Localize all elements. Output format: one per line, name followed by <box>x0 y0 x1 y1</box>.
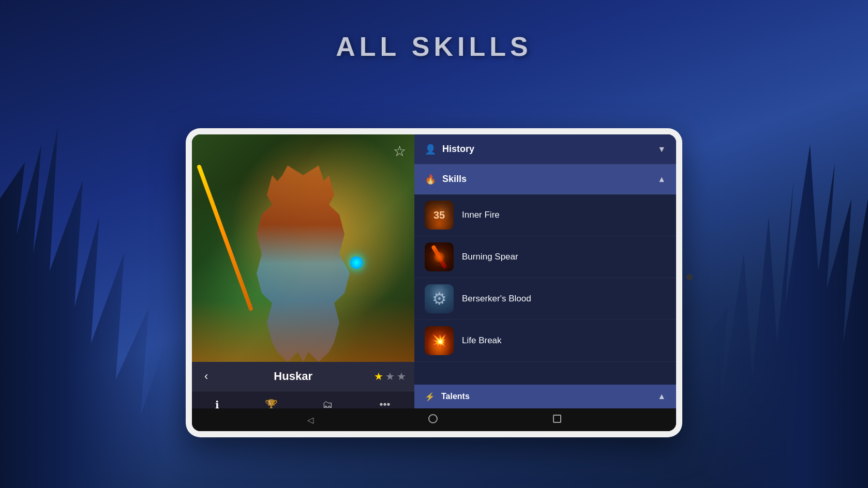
talents-title: Talents <box>441 392 470 401</box>
skill-item-burning-spear[interactable]: Burning Spear <box>414 236 676 278</box>
history-chevron: ▼ <box>657 145 666 154</box>
favorite-button[interactable]: ☆ <box>393 143 406 160</box>
tab-info[interactable]: ℹ Info <box>202 394 232 409</box>
builds-icon: 🏆 <box>265 399 278 409</box>
bottom-tabs: ℹ Info 🏆 Builds 🗂 Tactic ••• More... <box>192 391 414 408</box>
main-content: ☆ ‹ Huskar ★ ★ ★ <box>192 134 676 408</box>
star-2: ★ <box>385 370 395 383</box>
tablet-frame: ☆ ‹ Huskar ★ ★ ★ <box>186 128 682 437</box>
info-icon: ℹ <box>215 399 219 409</box>
android-home-button[interactable] <box>428 414 438 425</box>
hero-name: Huskar <box>274 370 312 383</box>
skill-item-inner-fire[interactable]: 35 Inner Fire <box>414 194 676 236</box>
life-break-icon-wrap <box>425 326 454 355</box>
star-3: ★ <box>397 370 406 383</box>
hero-info-bar: ‹ Huskar ★ ★ ★ <box>192 362 414 391</box>
person-icon: 👤 <box>425 144 436 155</box>
burning-spear-icon-wrap <box>425 242 454 271</box>
history-header-left: 👤 History <box>425 144 474 155</box>
android-recent-button[interactable] <box>553 415 561 425</box>
android-back-button[interactable]: ◁ <box>307 415 313 425</box>
talents-icon: ⚡ <box>425 392 435 402</box>
history-title: History <box>442 144 474 155</box>
skills-section-header[interactable]: 🔥 Skills ▲ <box>414 164 676 194</box>
cyan-orb <box>350 256 363 269</box>
android-recent-icon <box>553 415 561 423</box>
hero-rating: ★ ★ ★ <box>374 370 406 383</box>
more-icon: ••• <box>379 399 390 408</box>
life-break-name: Life Break <box>462 335 502 346</box>
hero-image: ☆ <box>192 134 414 362</box>
inner-fire-number: 35 <box>433 209 445 221</box>
android-nav-bar: ◁ <box>192 408 676 431</box>
nav-dot <box>686 274 693 280</box>
tab-builds[interactable]: 🏆 Builds <box>253 394 289 409</box>
history-section-header[interactable]: 👤 History ▼ <box>414 134 676 164</box>
berserkers-blood-icon-wrap <box>425 284 454 313</box>
fire-icon: 🔥 <box>425 174 436 185</box>
star-1: ★ <box>374 370 383 383</box>
android-home-icon <box>428 414 438 423</box>
tactic-icon: 🗂 <box>322 399 333 408</box>
berserkers-blood-icon <box>425 284 454 313</box>
skills-header-left: 🔥 Skills <box>425 174 467 185</box>
inner-fire-icon-wrap: 35 <box>425 201 454 230</box>
tab-tactic[interactable]: 🗂 Tactic <box>310 394 345 408</box>
skills-list: 35 Inner Fire Burning Spear <box>414 194 676 385</box>
back-arrow-icon: ‹ <box>204 370 208 383</box>
skills-chevron: ▲ <box>657 175 666 184</box>
talents-chevron: ▲ <box>657 392 666 401</box>
skills-panel: 👤 History ▼ 🔥 Skills ▲ <box>414 134 676 408</box>
hero-panel: ☆ ‹ Huskar ★ ★ ★ <box>192 134 414 408</box>
life-break-icon <box>425 326 454 355</box>
skills-title: Skills <box>442 174 467 185</box>
burning-spear-icon <box>425 242 454 271</box>
inner-fire-name: Inner Fire <box>462 210 500 220</box>
talents-section-header[interactable]: ⚡ Talents ▲ <box>414 385 676 408</box>
berserkers-blood-name: Berserker's Blood <box>462 294 531 304</box>
talents-header-left: ⚡ Talents <box>425 392 470 402</box>
skill-item-berserkers-blood[interactable]: Berserker's Blood <box>414 278 676 320</box>
tab-more[interactable]: ••• More... <box>366 394 404 408</box>
favorite-star-icon: ☆ <box>393 143 406 159</box>
skill-item-life-break[interactable]: Life Break <box>414 320 676 362</box>
flame-bg <box>192 300 414 362</box>
inner-fire-icon: 35 <box>425 201 454 230</box>
android-back-icon: ◁ <box>307 416 313 424</box>
back-button[interactable]: ‹ <box>200 368 212 385</box>
page-title: ALL SKILLS <box>336 31 532 62</box>
tablet-inner: ☆ ‹ Huskar ★ ★ ★ <box>192 134 676 431</box>
burning-spear-name: Burning Spear <box>462 252 518 262</box>
